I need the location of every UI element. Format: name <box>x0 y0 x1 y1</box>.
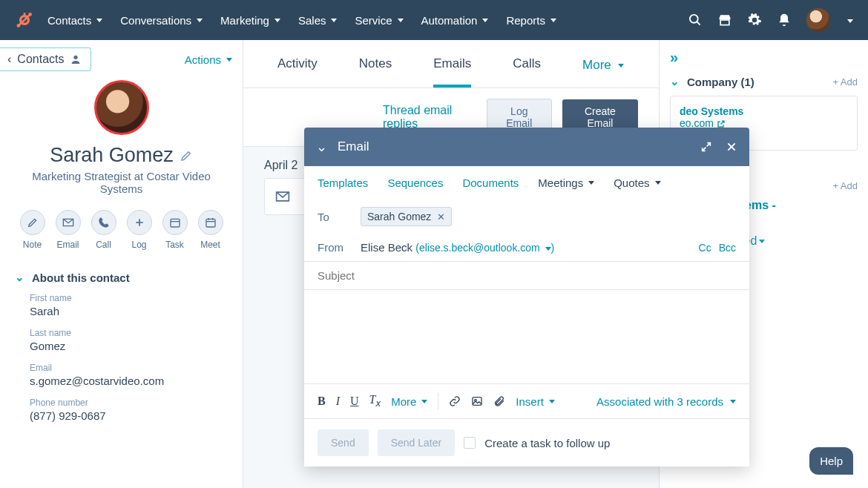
gear-icon[interactable] <box>747 13 762 27</box>
person-icon <box>70 53 82 65</box>
action-call[interactable]: Call <box>91 210 116 250</box>
svg-point-9 <box>74 56 78 59</box>
compose-header[interactable]: ⌄ Email <box>304 128 749 166</box>
svg-rect-12 <box>171 219 180 227</box>
chevron-down-icon[interactable]: ⌄ <box>316 139 327 155</box>
underline-icon[interactable]: U <box>350 395 359 408</box>
svg-rect-14 <box>206 219 215 227</box>
user-menu-caret[interactable] <box>845 16 853 24</box>
field-email[interactable]: Emails.gomez@costarvideo.com <box>30 363 213 387</box>
subject-input[interactable] <box>318 269 736 282</box>
chevron-down-icon: ⌄ <box>15 271 24 284</box>
envelope-icon <box>275 189 290 204</box>
tab-calls[interactable]: Calls <box>513 56 541 88</box>
bcc-link[interactable]: Bcc <box>719 242 736 254</box>
action-log[interactable]: Log <box>127 210 152 250</box>
send-later-button[interactable]: Send Later <box>378 429 456 456</box>
about-section-toggle[interactable]: ⌄ About this contact <box>0 262 243 293</box>
search-icon[interactable] <box>688 13 703 27</box>
nav-marketing[interactable]: Marketing <box>220 14 280 27</box>
action-meet[interactable]: Meet <box>198 210 223 250</box>
nav-conversations[interactable]: Conversations <box>120 14 203 27</box>
contact-avatar[interactable] <box>94 80 149 135</box>
compose-templates[interactable]: Templates <box>318 177 368 189</box>
nav-automation[interactable]: Automation <box>421 14 489 27</box>
tab-emails[interactable]: Emails <box>433 56 471 88</box>
follow-up-label: Create a task to follow up <box>484 437 610 449</box>
thread-replies-link[interactable]: Thread email replies <box>383 104 476 131</box>
bell-icon[interactable] <box>777 13 792 27</box>
field-last-name[interactable]: Last nameGomez <box>30 328 213 352</box>
contact-subtitle: Marketing Strategist at Costar Video Sys… <box>15 170 228 195</box>
cc-link[interactable]: Cc <box>699 242 711 254</box>
help-button[interactable]: Help <box>809 447 853 475</box>
add-company-link[interactable]: + Add <box>832 76 858 88</box>
user-avatar[interactable] <box>806 8 830 32</box>
nav-menu: Contacts Conversations Marketing Sales S… <box>47 14 556 27</box>
field-first-name[interactable]: First nameSarah <box>30 293 213 317</box>
action-task[interactable]: Task <box>162 210 188 250</box>
clear-format-icon[interactable]: Tx <box>369 393 381 409</box>
attachment-icon[interactable] <box>493 395 505 407</box>
italic-icon[interactable]: I <box>336 395 340 408</box>
field-phone[interactable]: Phone number(877) 929-0687 <box>30 398 213 422</box>
close-icon[interactable] <box>726 141 737 153</box>
compose-meetings[interactable]: Meetings <box>538 177 594 189</box>
from-selector[interactable]: Elise Beck (elise.s.beck@outlook.com ) <box>361 241 554 254</box>
collapse-right-icon[interactable]: » <box>670 49 858 66</box>
compose-title: Email <box>338 139 369 154</box>
chevron-left-icon: ‹ <box>7 53 11 66</box>
add-deal-link[interactable]: + Add <box>832 180 858 191</box>
svg-rect-20 <box>473 398 481 406</box>
company-section-header[interactable]: ⌄ Company (1) + Add <box>670 75 858 88</box>
marketplace-icon[interactable] <box>717 13 732 27</box>
hubspot-logo <box>15 10 34 30</box>
svg-rect-8 <box>720 20 729 25</box>
edit-icon[interactable] <box>180 149 193 162</box>
back-to-contacts[interactable]: ‹ Contacts <box>0 47 91 71</box>
remove-recipient-icon[interactable]: ✕ <box>437 211 445 222</box>
tab-activity[interactable]: Activity <box>277 56 318 88</box>
chevron-down-icon: ⌄ <box>670 75 680 88</box>
nav-reports[interactable]: Reports <box>506 14 556 27</box>
toolbar-insert[interactable]: Insert <box>516 395 555 408</box>
toolbar-more[interactable]: More <box>391 395 427 408</box>
svg-line-7 <box>697 22 700 25</box>
nav-contacts[interactable]: Contacts <box>47 14 102 27</box>
compose-documents[interactable]: Documents <box>462 177 519 189</box>
compose-email-modal: ⌄ Email Templates Sequences Documents Me… <box>304 128 749 466</box>
tab-more[interactable]: More <box>582 56 624 88</box>
link-icon[interactable] <box>449 395 461 407</box>
associated-records[interactable]: Associated with 3 records <box>596 395 736 408</box>
bold-icon[interactable]: B <box>318 395 326 408</box>
contact-name: Sarah Gomez <box>50 144 193 167</box>
send-button[interactable]: Send <box>318 429 369 456</box>
tab-notes[interactable]: Notes <box>359 56 392 88</box>
action-note[interactable]: Note <box>20 210 45 250</box>
nav-service[interactable]: Service <box>355 14 403 27</box>
follow-up-checkbox[interactable] <box>464 437 476 449</box>
action-email[interactable]: Email <box>56 210 81 250</box>
email-body[interactable] <box>304 290 749 383</box>
compose-sequences[interactable]: Sequences <box>387 177 443 189</box>
expand-icon[interactable] <box>700 141 712 153</box>
contact-sidebar: ‹ Contacts Actions Sarah Gomez Marketing… <box>0 40 243 488</box>
nav-sales[interactable]: Sales <box>298 14 338 27</box>
to-label: To <box>318 211 350 223</box>
from-label: From <box>318 241 350 254</box>
back-label: Contacts <box>17 53 64 66</box>
actions-menu[interactable]: Actions <box>185 53 232 66</box>
compose-quotes[interactable]: Quotes <box>614 177 660 189</box>
recipient-chip[interactable]: Sarah Gomez✕ <box>361 207 452 226</box>
image-icon[interactable] <box>471 395 483 407</box>
svg-point-6 <box>690 15 698 23</box>
top-nav: Contacts Conversations Marketing Sales S… <box>0 0 868 40</box>
